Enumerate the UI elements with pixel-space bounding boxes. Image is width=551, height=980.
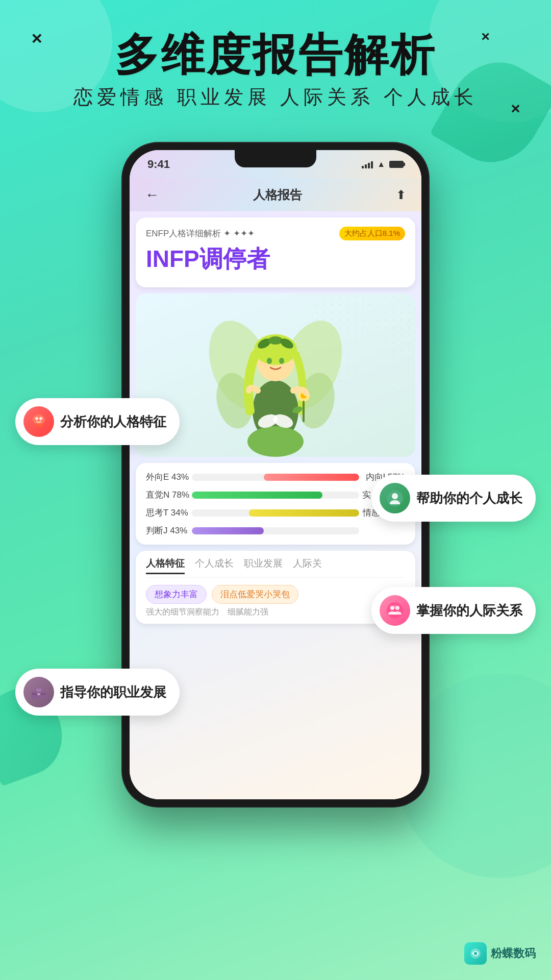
tag-hint: 强大的细节洞察能力 细腻能力强 xyxy=(146,607,405,618)
tag-imagination: 想象力丰富 xyxy=(146,585,207,604)
nav-bar: ← 人格报告 ⬆ xyxy=(130,178,421,211)
report-label: ENFP人格详细解析 ✦ ✦✦✦ xyxy=(146,228,255,239)
feature-card-career[interactable]: 指导你的职业发展 xyxy=(15,669,180,716)
stat-row-ns: 直觉N 78% 实感S 22% xyxy=(146,489,405,501)
relations-icon xyxy=(380,595,410,626)
svg-point-27 xyxy=(387,602,403,619)
svg-point-5 xyxy=(247,426,304,457)
watermark-icon xyxy=(464,942,487,965)
header-section: 多维度报告解析 恋爱情感 职业发展 人际关系 个人成长 xyxy=(0,31,551,110)
stat-fill-jp xyxy=(192,527,264,534)
stat-row-ei: 外向E 43% 内向I 57% xyxy=(146,471,405,483)
phone-notch xyxy=(235,150,316,167)
battery-icon xyxy=(389,161,404,168)
svg-point-20 xyxy=(39,417,42,420)
report-card-header: ENFP人格详细解析 ✦ ✦✦✦ 大约占人口8.1% xyxy=(146,227,405,240)
svg-rect-26 xyxy=(37,693,40,695)
report-card: ENFP人格详细解析 ✦ ✦✦✦ 大约占人口8.1% INFP调停者 xyxy=(136,217,415,287)
signal-bar-2 xyxy=(365,164,367,168)
wifi-icon: ▲ xyxy=(377,160,385,169)
nav-title: 人格报告 xyxy=(253,187,302,203)
stat-bar-jp xyxy=(192,527,359,534)
status-icons: ▲ xyxy=(362,160,404,169)
population-badge: 大约占人口8.1% xyxy=(339,227,405,240)
tag-cry: 泪点低爱哭小哭包 xyxy=(212,585,298,604)
analyze-label: 分析你的人格特征 xyxy=(60,413,166,431)
svg-point-22 xyxy=(392,493,398,499)
stat-label-e: 外向E 43% xyxy=(146,471,192,483)
svg-rect-24 xyxy=(36,688,42,692)
feature-card-analyze[interactable]: 分析你的人格特征 xyxy=(15,398,180,445)
career-icon xyxy=(23,677,54,707)
signal-bar-3 xyxy=(368,163,370,168)
stat-fill-ei xyxy=(264,474,359,481)
watermark: 粉蝶数码 xyxy=(464,942,536,965)
tabs-row: 人格特征 个人成长 职业发展 人际关 xyxy=(146,557,405,578)
share-button[interactable]: ⬆ xyxy=(396,188,406,202)
svg-point-14 xyxy=(279,358,284,364)
feature-card-relations[interactable]: 掌握你的人际关系 xyxy=(371,587,536,634)
tab-career[interactable]: 职业发展 xyxy=(244,557,283,572)
mbti-title: INFP调停者 xyxy=(146,243,405,275)
character-area xyxy=(136,293,415,457)
fairy-character xyxy=(209,299,342,457)
career-label: 指导你的职业发展 xyxy=(60,683,166,701)
svg-point-13 xyxy=(267,358,272,364)
stat-fill-ns xyxy=(192,492,322,499)
stat-bar-ei xyxy=(192,474,359,481)
stat-label-n: 直觉N 78% xyxy=(146,489,192,501)
signal-bar-4 xyxy=(371,161,373,168)
tab-relations[interactable]: 人际关 xyxy=(293,557,322,572)
analyze-icon xyxy=(23,406,54,437)
header-title: 多维度报告解析 xyxy=(0,31,551,79)
tags-row: 想象力丰富 泪点低爱哭小哭包 xyxy=(146,585,405,604)
relations-label: 掌握你的人际关系 xyxy=(416,602,522,620)
growth-label: 帮助你的个人成长 xyxy=(416,489,522,507)
feature-card-growth[interactable]: 帮助你的个人成长 xyxy=(371,475,536,522)
watermark-label: 粉蝶数码 xyxy=(491,946,536,961)
stat-fill-tf xyxy=(249,509,359,517)
svg-point-29 xyxy=(395,606,399,610)
header-subtitle: 恋爱情感 职业发展 人际关系 个人成长 xyxy=(0,84,551,110)
tab-growth[interactable]: 个人成长 xyxy=(195,557,234,572)
signal-bars xyxy=(362,160,373,168)
signal-bar-1 xyxy=(362,166,364,168)
stat-row-jp: 判断J 43% xyxy=(146,525,405,536)
stat-row-tf: 思考T 34% 情感F 66% xyxy=(146,507,405,519)
status-time: 9:41 xyxy=(147,158,170,171)
stat-label-t: 思考T 34% xyxy=(146,507,192,519)
svg-point-18 xyxy=(33,414,45,425)
stat-label-j: 判断J 43% xyxy=(146,525,192,536)
svg-point-28 xyxy=(390,606,394,610)
growth-icon xyxy=(380,483,410,513)
svg-point-19 xyxy=(35,417,38,420)
svg-point-31 xyxy=(474,952,477,955)
tab-personality[interactable]: 人格特征 xyxy=(146,557,185,574)
stat-bar-tf xyxy=(192,509,359,517)
back-button[interactable]: ← xyxy=(145,187,159,203)
stat-bar-ns xyxy=(192,492,359,499)
